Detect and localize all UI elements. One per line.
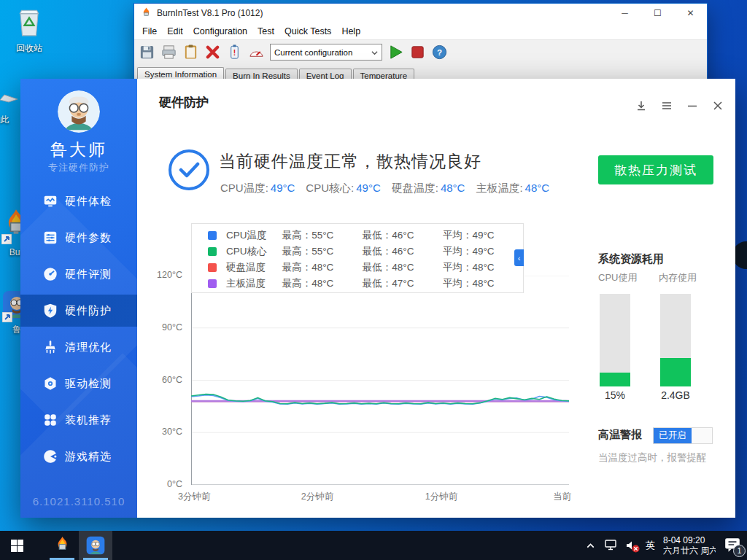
meter-icon[interactable]: ! [226, 44, 243, 61]
sidebar-item-hardware-bench[interactable]: 硬件评测 [20, 258, 137, 290]
sidebar-item-label: 硬件评测 [65, 268, 112, 281]
ludashi-taskbar-icon [86, 536, 105, 555]
alert-title: 高温警报 [598, 428, 642, 442]
menu-quick-tests[interactable]: Quick Tests [279, 26, 336, 36]
minimize-button[interactable]: ─ [608, 4, 641, 23]
legend-row: 主板温度最高：48°C最低：47°C平均：48°C [192, 276, 523, 292]
delete-icon[interactable] [204, 44, 221, 61]
resource-bar-label: CPU使用 [598, 271, 637, 284]
legend-swatch [208, 247, 217, 256]
app-version: 6.1021.3110.510 [20, 495, 137, 508]
configuration-dropdown-value: Current configuration [274, 48, 352, 57]
action-center-icon[interactable]: 1 [724, 536, 743, 555]
legend-collapse-button[interactable]: ‹ [514, 249, 524, 266]
temperature-label: CPU温度: [220, 182, 268, 194]
clock-date: 六月廿六 周六 [663, 545, 716, 556]
temperature-label: 硬盘温度: [392, 182, 438, 194]
chart-x-tick-label: 3分钟前 [178, 491, 210, 503]
avatar [58, 90, 100, 133]
menu-icon[interactable] [661, 100, 673, 112]
close-button[interactable]: ✕ [674, 4, 707, 23]
desktop-icon-recycle-bin[interactable]: 回收站 [6, 7, 53, 55]
legend-avg: 平均：49°C [443, 229, 523, 242]
shield-bolt-icon [42, 303, 58, 319]
burnintest-toolbar: ! Current configuration ? [134, 40, 707, 64]
page-title: 硬件防护 [159, 94, 209, 111]
clipboard-icon[interactable] [182, 44, 199, 61]
download-icon[interactable] [635, 100, 647, 112]
network-icon[interactable] [605, 540, 617, 552]
taskbar-clock[interactable]: 8-04 09:20 六月廿六 周六 [663, 535, 716, 556]
legend-row: CPU核心最高：55°C最低：46°C平均：49°C [192, 244, 523, 260]
gauge-icon [42, 266, 58, 282]
legend-avg: 平均：48°C [443, 277, 523, 290]
configuration-dropdown[interactable]: Current configuration [270, 44, 382, 61]
sidebar-item-clean-optimize[interactable]: 清理优化 [20, 331, 137, 363]
chart-x-tick-label: 1分钟前 [425, 491, 457, 503]
volume-muted-icon[interactable] [625, 540, 638, 552]
svg-text:?: ? [437, 48, 442, 57]
dial-icon[interactable] [248, 44, 265, 61]
sliders-icon [42, 230, 58, 246]
notification-badge: 1 [733, 545, 746, 557]
sidebar-item-driver-detect[interactable]: 驱动检测 [20, 368, 137, 400]
menu-edit[interactable]: Edit [162, 26, 188, 36]
alert-description: 当温度过高时，报警提醒 [598, 451, 707, 464]
burnintest-menubar: FileEditConfigurationTestQuick TestsHelp [134, 23, 707, 40]
high-temp-alert-toggle[interactable]: 已开启 [653, 427, 713, 444]
print-icon[interactable] [160, 44, 177, 61]
close-icon[interactable] [712, 100, 724, 112]
sidebar-item-build-recommend[interactable]: 装机推荐 [20, 404, 137, 436]
minimize-icon[interactable] [686, 100, 698, 112]
chart-y-tick-label: 0°C [139, 479, 182, 489]
svg-text:!: ! [233, 48, 236, 57]
temperature-readout: CPU核心:49°C [306, 182, 380, 195]
chart-legend: CPU温度最高：55°C最低：46°C平均：49°CCPU核心最高：55°C最低… [191, 223, 524, 293]
temperature-readout: 硬盘温度:48°C [392, 182, 465, 195]
menu-test[interactable]: Test [252, 26, 279, 36]
chart-y-tick-label: 30°C [139, 427, 182, 437]
legend-row: 硬盘温度最高：48°C最低：48°C平均：48°C [192, 260, 523, 276]
temperature-value: 49°C [356, 182, 381, 194]
sidebar-item-label: 装机推荐 [65, 413, 112, 427]
sidebar-item-label: 硬件参数 [65, 231, 112, 245]
play-icon[interactable] [387, 44, 404, 61]
legend-series-name: 硬盘温度 [226, 261, 282, 274]
chart-y-tick-label: 120°C [139, 270, 182, 280]
app-name: 鲁大师 [20, 139, 137, 161]
resource-bar-fill [660, 358, 691, 386]
resource-bar [600, 294, 630, 386]
ludashi-main: 硬件防护 当前硬件温度正常，散热情况良好 CPU温度:49°CCPU核心:49°… [137, 79, 735, 518]
stop-icon[interactable] [409, 44, 426, 61]
maximize-button[interactable]: ☐ [641, 4, 674, 23]
start-button[interactable] [0, 531, 34, 560]
status-temperatures: CPU温度:49°CCPU核心:49°C硬盘温度:48°C主板温度:48°C [220, 182, 549, 195]
chart-y-tick-label: 60°C [139, 375, 182, 385]
save-icon[interactable] [139, 44, 155, 61]
sidebar-item-label: 硬件防护 [65, 304, 112, 318]
taskbar-item-ludashi[interactable] [79, 531, 112, 560]
temperature-value: 48°C [525, 182, 550, 194]
burnintest-titlebar[interactable]: BurnInTest V8.1 Pro (1012) ─ ☐ ✕ [134, 4, 707, 23]
ludashi-sidebar: 鲁大师 专注硬件防护 硬件体检硬件参数硬件评测硬件防护清理优化驱动检测装机推荐游… [20, 79, 137, 518]
help-icon[interactable]: ? [431, 44, 448, 61]
taskbar-item-burnintest[interactable] [45, 531, 79, 560]
legend-swatch [208, 263, 217, 272]
sidebar-item-game-picks[interactable]: 游戏精选 [20, 440, 137, 472]
resource-bar [660, 294, 691, 386]
temperature-readout: 主板温度:48°C [476, 182, 549, 195]
temperature-value: 48°C [441, 182, 465, 194]
menu-configuration[interactable]: Configuration [188, 26, 252, 36]
sidebar-item-hardware-params[interactable]: 硬件参数 [20, 222, 137, 254]
sidebar-item-hardware-protect[interactable]: 硬件防护 [20, 295, 137, 327]
menu-help[interactable]: Help [336, 26, 365, 36]
stress-test-button[interactable]: 散热压力测试 [598, 155, 713, 184]
sidebar-item-hardware-check[interactable]: 硬件体检 [20, 185, 137, 217]
menu-file[interactable]: File [137, 26, 162, 36]
resource-bar-fill [600, 373, 630, 386]
input-language-indicator[interactable]: 英 [646, 539, 655, 552]
this-pc-icon [0, 99, 19, 112]
legend-series-name: CPU核心 [226, 245, 282, 258]
tray-expand-chevron-icon[interactable] [584, 540, 597, 552]
temperature-value: 49°C [271, 182, 295, 194]
